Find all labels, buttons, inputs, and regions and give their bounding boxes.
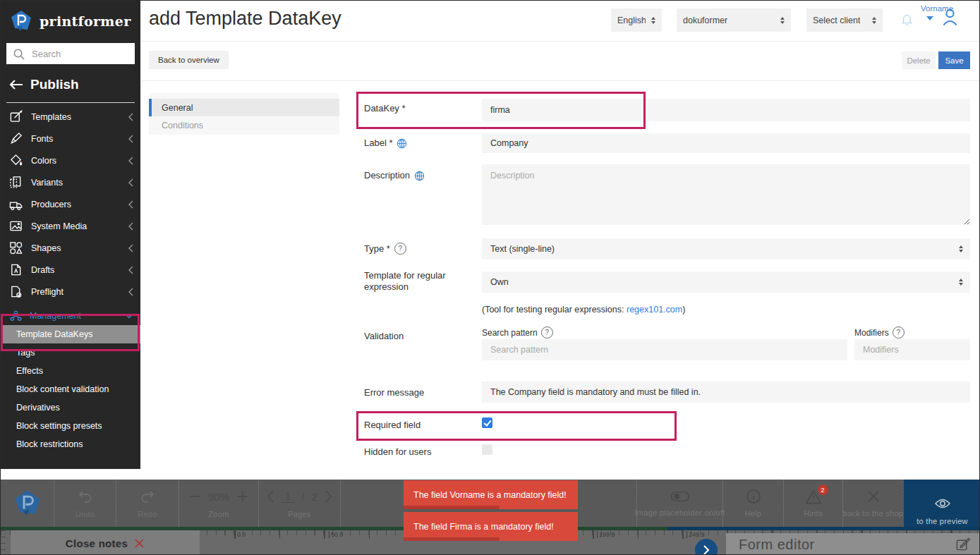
help-button[interactable]: Help — [722, 480, 783, 527]
help-circle-icon[interactable] — [893, 327, 905, 339]
sidebar-item-label: Templates — [31, 112, 71, 122]
previous-page-button[interactable] — [267, 489, 274, 504]
image-placeholder-toggle[interactable]: Image placeholder on/off — [636, 480, 722, 527]
back-to-shop-button[interactable]: back to the shop — [842, 480, 903, 527]
management-label: Management — [30, 311, 81, 321]
globe-translation-icon[interactable] — [414, 171, 425, 181]
sidebar-item-templates[interactable]: Templates — [1, 106, 140, 128]
search-input[interactable] — [30, 48, 157, 60]
subitem-label: Derivatives — [16, 403, 60, 413]
search-pattern-input[interactable] — [482, 339, 847, 360]
regex-template-select[interactable]: Own — [482, 272, 970, 293]
subitem-label: Tags — [16, 348, 35, 358]
undo-button[interactable]: Undo — [54, 480, 116, 527]
sidebar-subitem-block-settings-presets[interactable]: Block settings presets — [1, 417, 140, 435]
sidebar-item-variants[interactable]: Variants — [1, 171, 140, 193]
close-notes-button[interactable]: Close notes — [11, 530, 200, 555]
undo-icon — [76, 488, 95, 505]
chevron-left-icon — [128, 157, 133, 165]
sidebar-item-drafts[interactable]: Drafts — [1, 259, 140, 281]
undo-label: Undo — [75, 510, 95, 518]
required-field-checkbox[interactable] — [482, 417, 492, 428]
printformer-icon — [13, 489, 42, 518]
page-total: 2 — [311, 491, 317, 503]
brand-name: printformer — [40, 13, 131, 29]
client-select[interactable]: Select client — [806, 8, 883, 32]
zoom-in-button[interactable] — [236, 490, 249, 503]
hints-button[interactable]: 2 Hints — [783, 480, 842, 527]
brand[interactable]: printformer — [1, 1, 140, 33]
chevron-left-icon — [128, 135, 133, 143]
sidebar-item-label: Producers — [31, 200, 71, 209]
sidebar-subitem-tags[interactable]: Tags — [1, 343, 140, 362]
save-button[interactable]: Save — [938, 51, 970, 69]
description-textarea[interactable] — [482, 164, 970, 225]
alert-stack: The field Vorname is a mandatory field! … — [404, 480, 578, 544]
tab-conditions[interactable]: Conditions — [149, 116, 339, 134]
tab-general[interactable]: General — [149, 99, 339, 116]
sidebar-item-producers[interactable]: Producers — [1, 193, 140, 215]
redo-button[interactable]: Redo — [116, 480, 179, 527]
image-placeholder-label: Image placeholder on/off — [634, 508, 725, 517]
delete-button[interactable]: Delete — [902, 51, 936, 69]
required-field-label: Required field — [364, 420, 478, 431]
language-select[interactable]: English — [611, 8, 662, 32]
hidden-for-users-checkbox[interactable] — [482, 444, 492, 455]
sidebar-search[interactable] — [6, 43, 135, 64]
workspace-select[interactable]: dokuformer — [677, 8, 791, 32]
current-page-input[interactable]: 1 — [282, 490, 294, 503]
zoom-out-button[interactable] — [188, 490, 201, 503]
sidebar-item-colors[interactable]: Colors — [1, 150, 140, 171]
user-avatar-icon[interactable] — [940, 6, 960, 28]
printformer-admin-window: printformer Publish Templates — [0, 0, 980, 555]
type-select-value: Text (single-line) — [490, 244, 555, 254]
help-circle-icon[interactable] — [541, 327, 553, 339]
templates-icon — [9, 110, 23, 123]
editor-logo-button[interactable] — [1, 480, 54, 527]
datakey-input[interactable] — [482, 99, 970, 121]
left-arrow-icon — [9, 79, 23, 90]
notifications-bell-icon[interactable] — [901, 13, 913, 26]
regex-note: (Tool for testing regular expressions: r… — [482, 305, 685, 315]
producers-icon — [9, 197, 23, 211]
regex101-link[interactable]: regex101.com — [627, 305, 682, 315]
sidebar-item-system-media[interactable]: System Media — [1, 215, 140, 237]
back-to-publish-link[interactable]: Publish — [1, 64, 140, 92]
edit-pencil-icon[interactable] — [955, 537, 971, 552]
help-label: Help — [745, 509, 762, 518]
chevron-left-icon — [128, 113, 133, 121]
shapes-icon — [9, 241, 23, 255]
sidebar-item-management[interactable]: Management — [1, 307, 140, 325]
next-page-button[interactable] — [325, 489, 332, 504]
sidebar-subitem-derivatives[interactable]: Derivatives — [1, 398, 140, 417]
datakey-label: DataKey * — [364, 103, 478, 114]
sidebar-item-preflight[interactable]: Preflight — [1, 281, 140, 303]
modifiers-label: Modifiers — [854, 327, 905, 339]
label-input[interactable] — [482, 133, 970, 153]
expand-panel-button[interactable] — [695, 539, 718, 555]
help-circle-icon[interactable] — [394, 243, 406, 255]
chevron-left-icon — [128, 178, 133, 187]
description-label: Description — [364, 170, 478, 181]
sidebar-subitem-block-content-validation[interactable]: Block content validation — [1, 380, 140, 398]
sidebar-item-shapes[interactable]: Shapes — [1, 237, 140, 259]
back-to-overview-button[interactable]: Back to overview — [149, 51, 229, 69]
select-arrows-icon — [775, 17, 785, 24]
label-text: Label * — [364, 138, 392, 149]
select-arrows-icon — [646, 17, 655, 24]
globe-translation-icon[interactable] — [397, 138, 407, 149]
select-arrows-icon — [953, 245, 963, 252]
sidebar-item-fonts[interactable]: Fonts — [1, 128, 140, 150]
type-select[interactable]: Text (single-line) — [482, 238, 970, 260]
eye-icon — [933, 495, 952, 512]
zoom-controls: 90% Zoom — [179, 480, 258, 527]
sidebar-subitem-template-datakeys[interactable]: Template DataKeys — [1, 325, 140, 343]
error-message-input[interactable] — [482, 382, 970, 403]
hidden-for-users-label: Hidden for users — [364, 446, 478, 458]
subitem-label: Effects — [16, 366, 43, 376]
close-x-icon — [866, 489, 881, 504]
info-icon — [746, 489, 761, 504]
sidebar-subitem-block-restrictions[interactable]: Block restrictions — [1, 435, 140, 453]
modifiers-input[interactable] — [854, 339, 970, 360]
sidebar-subitem-effects[interactable]: Effects — [1, 362, 140, 380]
